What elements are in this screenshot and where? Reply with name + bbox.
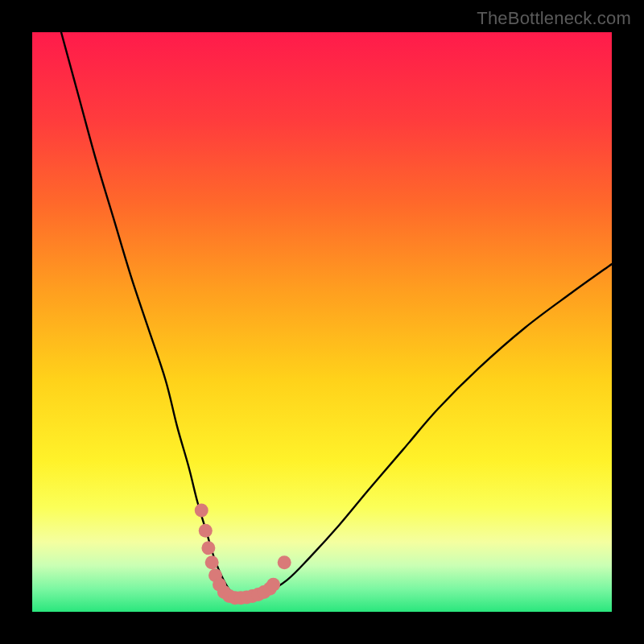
chart-frame: TheBottleneck.com	[0, 0, 644, 644]
watermark-text: TheBottleneck.com	[477, 8, 631, 29]
data-marker	[278, 555, 291, 569]
data-marker	[205, 555, 219, 569]
curve-layer	[32, 32, 612, 612]
data-marker	[266, 578, 280, 592]
data-marker	[195, 504, 208, 518]
plot-area	[32, 32, 612, 612]
data-marker	[201, 541, 215, 555]
data-marker	[199, 524, 213, 538]
marker-group	[195, 504, 291, 605]
bottleneck-curve	[61, 32, 612, 598]
